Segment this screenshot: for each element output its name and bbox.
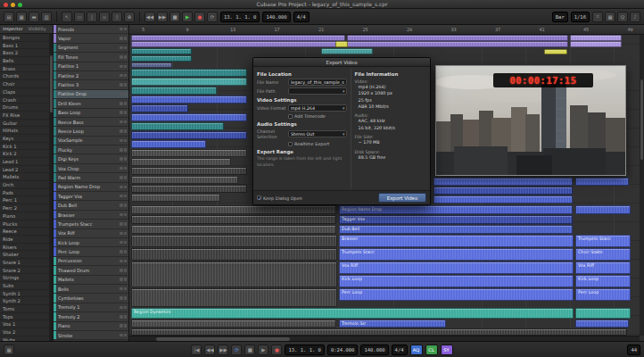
inspector-item[interactable]: Choir [0, 80, 49, 88]
solo-button[interactable] [124, 102, 128, 105]
inspector-toggle-icon[interactable]: ▤ [4, 12, 14, 22]
arrange-event[interactable]: Region Dynamics [131, 308, 574, 319]
arrange-event[interactable] [321, 48, 373, 54]
track-row[interactable]: Mallets [54, 276, 128, 285]
transport-signature-display[interactable]: 4/4 [392, 345, 408, 355]
solo-button[interactable] [124, 278, 128, 281]
inspector-scrollbar[interactable] [49, 34, 53, 341]
arrange-event[interactable]: Brasser [339, 235, 574, 247]
transport-time-display[interactable]: 0:24.000 [327, 345, 359, 355]
mute-button[interactable] [120, 176, 123, 179]
sync-toggle[interactable]: SY [441, 345, 453, 355]
solo-button[interactable] [124, 65, 128, 69]
track-row[interactable]: Perc Loop [54, 247, 128, 256]
cycle-button[interactable]: ⟳ [231, 345, 242, 355]
inspector-item[interactable]: Bongos [0, 34, 49, 42]
arrange-event[interactable] [131, 140, 206, 148]
track-row[interactable]: Reece Bass [54, 118, 128, 127]
arrange-event[interactable] [433, 178, 573, 186]
arrange-event[interactable] [131, 122, 224, 130]
track-row[interactable]: Brasser [54, 211, 128, 220]
solo-button[interactable] [124, 296, 128, 300]
arrange-event[interactable] [131, 194, 220, 202]
track-row[interactable]: Friends [54, 25, 128, 34]
arrange-event[interactable]: Vox Riff [575, 262, 631, 274]
solo-button[interactable] [124, 111, 128, 114]
snap-icon[interactable]: ⌗ [592, 12, 603, 22]
solo-button[interactable] [124, 195, 128, 198]
arrange-event[interactable]: Vox Riff [339, 262, 574, 274]
mute-button[interactable] [120, 278, 123, 281]
solo-button[interactable] [124, 129, 128, 133]
arrange-event[interactable] [131, 131, 247, 139]
arrange-event[interactable] [131, 288, 337, 307]
keep-dialog-open-checkbox[interactable] [257, 195, 261, 200]
inspector-item[interactable]: Kick 1 [0, 143, 49, 151]
solo-button[interactable] [124, 37, 128, 40]
mute-button[interactable] [120, 74, 123, 78]
video-format-select[interactable]: mp4 H.264 [288, 104, 347, 112]
mute-button[interactable] [120, 129, 123, 133]
solo-button[interactable] [124, 213, 128, 217]
mute-button[interactable] [120, 55, 123, 59]
zoom-tool-icon[interactable]: ⊕ [124, 12, 135, 22]
time-signature-display[interactable]: 4/4 [293, 12, 310, 22]
right-zone-toggle-icon[interactable]: ▥ [41, 12, 52, 22]
arrange-event[interactable] [575, 205, 631, 214]
cycle-icon[interactable]: ⟳ [207, 12, 218, 22]
track-row[interactable]: Flatline Drop [54, 90, 128, 99]
solo-button[interactable] [124, 167, 128, 170]
solo-button[interactable] [124, 157, 128, 161]
auto-quantize-toggle[interactable]: AQ [410, 345, 423, 355]
solo-button[interactable] [124, 148, 128, 152]
keyboard-icon[interactable]: ▦ [4, 345, 14, 355]
track-row[interactable]: Fill Tones [54, 53, 128, 62]
scrollbar-thumb[interactable] [50, 55, 53, 112]
track-row[interactable]: Vox Chop [54, 164, 128, 173]
solo-button[interactable] [124, 232, 128, 236]
track-row[interactable]: Dub Bell [54, 201, 128, 210]
erase-tool-icon[interactable]: ◊ [111, 12, 122, 22]
inspector-item[interactable]: Perc 1 [0, 196, 49, 204]
inspector-item[interactable]: Lead 1 [0, 158, 49, 166]
track-row[interactable]: Vapor [54, 34, 128, 43]
rewind-button[interactable]: ◀◀ [204, 345, 215, 355]
lower-zone-toggle-icon[interactable]: ▬ [29, 12, 39, 22]
solo-button[interactable] [124, 55, 128, 59]
track-row[interactable]: Strobe [54, 331, 128, 340]
mute-button[interactable] [120, 306, 123, 310]
split-tool-icon[interactable]: | [87, 12, 97, 22]
arrange-event[interactable] [131, 328, 627, 336]
solo-button[interactable] [124, 74, 128, 78]
inspector-item[interactable]: HiHats [0, 127, 49, 135]
inspector-item[interactable]: Plucks [0, 220, 49, 228]
inspector-item[interactable]: Reece [0, 228, 49, 236]
track-row[interactable]: Segment [54, 44, 128, 53]
track-row[interactable]: Thawed Drum [54, 266, 128, 275]
arrange-event[interactable] [131, 167, 247, 175]
mute-button[interactable] [120, 28, 123, 31]
inspector-item[interactable]: Drums [0, 104, 49, 112]
inspector-item[interactable]: Vox 2 [0, 328, 49, 336]
play-button[interactable]: ▶ [258, 345, 268, 355]
mute-button[interactable] [120, 250, 123, 253]
mute-button[interactable] [120, 296, 123, 300]
solo-button[interactable] [124, 260, 128, 263]
arrange-event[interactable]: Dub Bell [339, 225, 573, 234]
inspector-item[interactable]: Kick 2 [0, 150, 49, 158]
solo-button[interactable] [124, 306, 128, 310]
arrange-event[interactable] [570, 41, 622, 47]
arrange-event[interactable]: Region Name Drop [339, 205, 573, 214]
tab-visibility[interactable]: Visibility [25, 27, 48, 31]
mute-button[interactable] [120, 334, 123, 337]
record-button[interactable]: ● [271, 345, 282, 355]
inspector-item[interactable]: Chords [0, 72, 49, 80]
mute-button[interactable] [120, 37, 123, 40]
track-row[interactable]: Percussion [54, 257, 128, 266]
arrange-event[interactable]: Perc Loop [575, 288, 631, 301]
solo-button[interactable] [124, 46, 128, 50]
position-display[interactable]: 13. 1. 1. 0 [220, 12, 260, 22]
arrange-event[interactable] [433, 187, 573, 195]
mute-button[interactable] [120, 324, 123, 328]
forward-icon[interactable]: ▶▶ [157, 12, 168, 22]
